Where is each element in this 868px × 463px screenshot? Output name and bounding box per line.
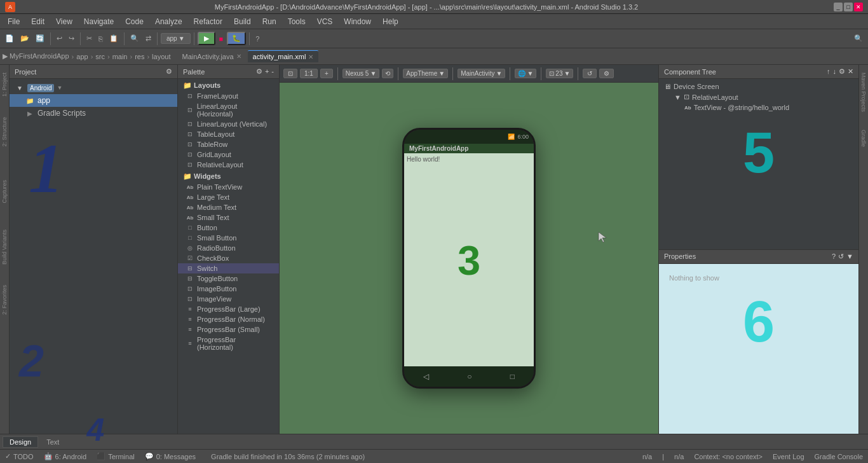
palette-imagebutton[interactable]: ⊡ImageButton xyxy=(178,284,279,294)
menu-window[interactable]: Window xyxy=(339,16,376,27)
menu-build[interactable]: Build xyxy=(229,16,256,27)
palette-radiobutton[interactable]: ◎RadioButton xyxy=(178,243,279,253)
tab-activity-xml[interactable]: activity_main.xml ✕ xyxy=(248,50,319,62)
minimize-button[interactable]: _ xyxy=(834,3,843,11)
palette-progressbar-h[interactable]: ≡ProgressBar (Horizontal) xyxy=(178,335,279,352)
debug-button[interactable]: 🐛 xyxy=(227,32,246,45)
redo-button[interactable]: ↪ xyxy=(66,33,77,44)
status-todo[interactable]: ✓ TODO xyxy=(5,452,34,460)
menu-edit[interactable]: Edit xyxy=(26,16,50,27)
paste-button[interactable]: 📋 xyxy=(107,33,121,44)
tab-activity-xml-close[interactable]: ✕ xyxy=(308,53,313,60)
activity-dropdown[interactable]: MainActivity ▼ xyxy=(458,69,505,78)
left-tab-buildvariants[interactable]: Build Variants xyxy=(1,227,8,267)
tab-text[interactable]: Text xyxy=(39,436,66,448)
breadcrumb-res[interactable]: res xyxy=(135,53,144,60)
api-dropdown[interactable]: ⊡ 23 ▼ xyxy=(546,69,573,78)
search-button[interactable]: 🔍 xyxy=(128,33,142,44)
ct-settings-icon[interactable]: ⚙ xyxy=(839,67,845,76)
tab-mainactivity[interactable]: MainActivity.java ✕ xyxy=(177,51,246,62)
theme-dropdown[interactable]: AppTheme ▼ xyxy=(403,69,448,78)
status-messages[interactable]: 💬 0: Messages xyxy=(145,452,196,460)
palette-imageview[interactable]: ⊡ImageView xyxy=(178,294,279,304)
menu-help[interactable]: Help xyxy=(377,16,403,27)
ct-close-icon[interactable]: ✕ xyxy=(848,67,853,76)
left-tab-structure[interactable]: 2: Structure xyxy=(1,114,8,149)
menu-vcs[interactable]: VCS xyxy=(312,16,338,27)
palette-linearlayout-v[interactable]: ⊡LinearLayout (Vertical) xyxy=(178,119,279,129)
palette-gridlayout[interactable]: ⊡GridLayout xyxy=(178,149,279,160)
replace-button[interactable]: ⇄ xyxy=(143,33,154,44)
breadcrumb-project[interactable]: ▶ MyFirstAndroidApp xyxy=(3,52,69,60)
global-search-button[interactable]: 🔍 xyxy=(851,33,865,44)
palette-search-icon[interactable]: + xyxy=(265,67,269,76)
tab-design[interactable]: Design xyxy=(3,436,38,448)
open-button[interactable]: 📂 xyxy=(18,33,32,44)
palette-tablerow[interactable]: ⊡TableRow xyxy=(178,139,279,149)
locale-dropdown[interactable]: 🌐▼ xyxy=(515,69,536,78)
menu-refactor[interactable]: Refactor xyxy=(189,16,227,27)
props-help-icon[interactable]: ? xyxy=(832,252,836,261)
zoom-fit-button[interactable]: ⊡ xyxy=(283,69,297,78)
palette-tablelayout[interactable]: ⊡TableLayout xyxy=(178,129,279,139)
breadcrumb-main[interactable]: main xyxy=(112,53,128,60)
menu-code[interactable]: Code xyxy=(120,16,149,27)
props-filter-icon[interactable]: ▼ xyxy=(846,252,853,261)
left-tab-captures[interactable]: Captures xyxy=(1,177,8,206)
status-android[interactable]: 🤖 6: Android xyxy=(44,452,87,460)
breadcrumb-src[interactable]: src xyxy=(95,53,105,60)
palette-linearlayout-h[interactable]: ⊡LinearLayout (Horizontal) xyxy=(178,101,279,119)
palette-togglebutton[interactable]: ⊟ToggleButton xyxy=(178,273,279,284)
tree-app[interactable]: 📁 app xyxy=(10,94,177,107)
stop-button[interactable]: ■ xyxy=(217,34,226,44)
event-log-button[interactable]: Event Log xyxy=(773,453,804,460)
palette-progressbar-small[interactable]: ≡ProgressBar (Small) xyxy=(178,324,279,335)
ct-textview[interactable]: Ab TextView - @string/hello_world xyxy=(664,102,853,113)
palette-close-icon[interactable]: - xyxy=(271,67,274,76)
menu-tools[interactable]: Tools xyxy=(283,16,311,27)
palette-settings-icon[interactable]: ⚙ xyxy=(256,67,262,76)
copy-button[interactable]: ⎘ xyxy=(96,34,105,44)
refresh-button[interactable]: ↺ xyxy=(583,69,597,78)
maximize-button[interactable]: □ xyxy=(844,3,853,11)
ct-move-up-icon[interactable]: ↑ xyxy=(827,67,831,76)
zoom-100-button[interactable]: 1:1 xyxy=(300,69,318,78)
palette-smallbutton[interactable]: □Small Button xyxy=(178,233,279,243)
palette-checkbox[interactable]: ☑CheckBox xyxy=(178,253,279,263)
help-button[interactable]: ? xyxy=(253,34,262,44)
palette-progressbar-large[interactable]: ≡ProgressBar (Large) xyxy=(178,304,279,314)
props-reset-icon[interactable]: ↺ xyxy=(838,252,844,261)
palette-relativelayout[interactable]: ⊡RelativeLayout xyxy=(178,160,279,170)
palette-framelayout[interactable]: ⊡FrameLayout xyxy=(178,91,279,101)
device-dropdown[interactable]: Nexus 5 ▼ xyxy=(342,69,380,78)
app-dropdown[interactable]: app ▼ xyxy=(161,33,191,44)
menu-view[interactable]: View xyxy=(51,16,78,27)
palette-mediumtext[interactable]: AbMedium Text xyxy=(178,202,279,212)
menu-navigate[interactable]: Navigate xyxy=(79,16,119,27)
close-button[interactable]: ✕ xyxy=(854,3,863,11)
tree-gradle-scripts[interactable]: ▶ Gradle Scripts xyxy=(10,107,177,120)
ct-relativelayout[interactable]: ▼ ⊡ RelativeLayout xyxy=(664,92,853,102)
palette-progressbar-normal[interactable]: ≡ProgressBar (Normal) xyxy=(178,314,279,324)
palette-button[interactable]: □Button xyxy=(178,223,279,233)
palette-plaintextview[interactable]: AbPlain TextView xyxy=(178,182,279,192)
settings-layout-button[interactable]: ⚙ xyxy=(599,69,614,78)
zoom-in-button[interactable]: + xyxy=(320,69,333,78)
new-file-button[interactable]: 📄 xyxy=(3,33,17,44)
palette-switch[interactable]: ⊟Switch xyxy=(178,263,279,273)
breadcrumb-layout[interactable]: layout xyxy=(152,53,170,60)
tab-mainactivity-close[interactable]: ✕ xyxy=(236,53,241,60)
tree-android-dropdown[interactable]: ▼ Android ▼ xyxy=(10,81,177,94)
status-terminal[interactable]: ⬛ Terminal xyxy=(97,452,135,460)
cut-button[interactable]: ✂ xyxy=(84,33,95,44)
left-tab-favorites[interactable]: 2: Favorites xyxy=(1,282,8,317)
palette-smalltext[interactable]: AbSmall Text xyxy=(178,212,279,223)
left-tab-project[interactable]: 1: Project xyxy=(1,70,8,99)
menu-file[interactable]: File xyxy=(3,16,25,27)
orientation-button[interactable]: ⟲ xyxy=(382,69,393,78)
sync-button[interactable]: 🔄 xyxy=(33,33,47,44)
menu-analyze[interactable]: Analyze xyxy=(150,16,187,27)
breadcrumb-app[interactable]: app xyxy=(76,53,88,60)
run-button[interactable]: ▶ xyxy=(198,32,215,45)
right-tab-gradle[interactable]: Gradle xyxy=(860,127,867,149)
